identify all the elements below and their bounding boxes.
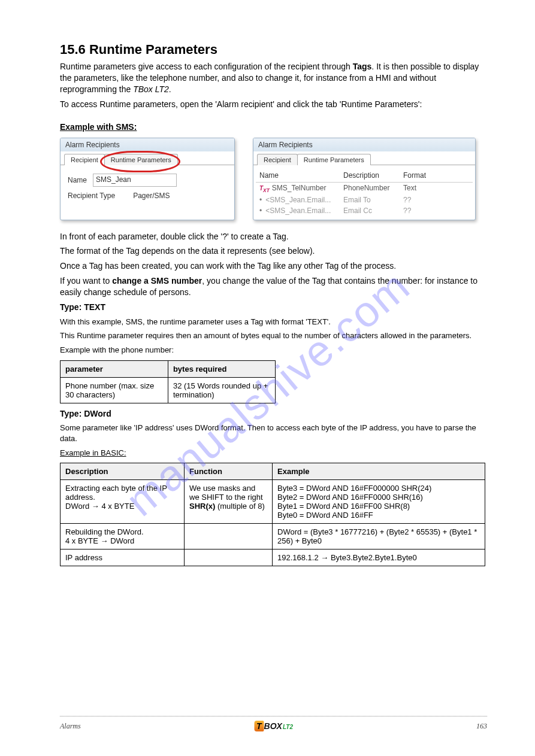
body-text: Example in BASIC: [60, 448, 487, 459]
col-name: Name [259, 171, 343, 180]
list-row[interactable]: •<SMS_Jean.Email... Email Cc ?? [256, 205, 473, 216]
table-header: Function [185, 463, 273, 480]
dword-table: Description Function Example Extracting … [60, 463, 485, 566]
dialog-title: Alarm Recipients [253, 138, 475, 151]
tab-runtime-parameters[interactable]: Runtime Parameters [297, 154, 371, 165]
table-row: Phone number (max. size 30 characters) 3… [61, 377, 276, 403]
table-row: Rebuilding the DWord. 4 x BYTE → DWord D… [61, 524, 485, 549]
body-text: Once a Tag has been created, you can wor… [60, 260, 487, 272]
alarm-recipients-dialog-left: Alarm Recipients Recipient Runtime Param… [60, 138, 235, 220]
body-text: If you want to change a SMS number, you … [60, 275, 487, 298]
footer-page-number: 163 [476, 722, 487, 731]
tab-recipient[interactable]: Recipient [64, 154, 105, 165]
footer-left: Alarms [60, 722, 81, 731]
name-label: Name [68, 176, 87, 184]
list-header: Name Description Format [256, 169, 473, 183]
body-text: This Runtime parameter requires then an … [60, 330, 487, 341]
text-icon: TXT [259, 185, 270, 192]
example-label: Example with SMS: [60, 122, 137, 132]
body-text: Some parameter like 'IP address' uses DW… [60, 423, 487, 444]
bullet-icon: • [259, 196, 262, 204]
body-text: With this example, SMS, the runtime para… [60, 317, 487, 327]
table-header: Description [61, 463, 185, 480]
name-input[interactable]: SMS_Jean [93, 174, 177, 187]
footer-logo: TBOXLT2 [254, 721, 293, 731]
list-row[interactable]: TXTSMS_TelNumber PhoneNumber Text [256, 183, 473, 195]
col-desc: Description [343, 171, 403, 180]
col-fmt: Format [403, 171, 439, 180]
intro-paragraph-1: Runtime parameters give access to each c… [60, 61, 487, 95]
alarm-recipients-dialog-right: Alarm Recipients Recipient Runtime Param… [253, 138, 476, 220]
body-text: The format of the Tag depends on the dat… [60, 245, 487, 257]
tab-recipient[interactable]: Recipient [257, 154, 298, 165]
phone-number-table: parameter bytes required Phone number (m… [60, 360, 276, 403]
table-header: bytes required [168, 360, 275, 377]
subheading-type-dword: Type: DWord [60, 408, 487, 420]
subheading-type-text: Type: TEXT [60, 302, 487, 313]
page-footer: Alarms TBOXLT2 163 [60, 716, 487, 734]
list-row[interactable]: •<SMS_Jean.Email... Email To ?? [256, 195, 473, 205]
tab-runtime-parameters[interactable]: Runtime Parameters [104, 154, 178, 165]
recipient-type-value: Pager/SMS [133, 192, 170, 200]
table-row: Extracting each byte of the IP address. … [61, 480, 485, 524]
body-text: Example with the phone number: [60, 345, 487, 356]
intro-paragraph-2: To access Runtime parameters, open the '… [60, 99, 487, 110]
dialog-title: Alarm Recipients [61, 138, 234, 151]
section-heading: 15.6 Runtime Parameters [60, 42, 487, 57]
body-text: In front of each parameter, double click… [60, 231, 487, 242]
table-header: Example [273, 463, 485, 480]
table-header: parameter [61, 360, 168, 377]
table-row: IP address 192.168.1.2 → Byte3.Byte2.Byt… [61, 549, 485, 566]
screenshot-row: Alarm Recipients Recipient Runtime Param… [60, 138, 487, 220]
recipient-type-label: Recipient Type [68, 192, 115, 200]
bullet-icon: • [259, 207, 262, 215]
